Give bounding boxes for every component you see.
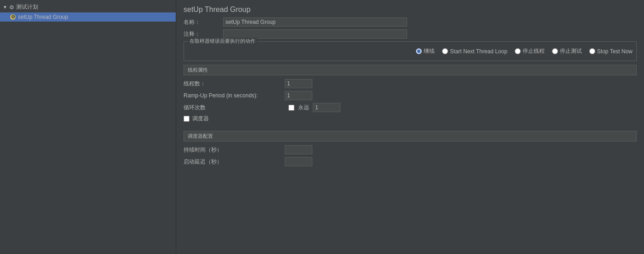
setup-thread-group-label: setUp Thread Group bbox=[18, 14, 68, 20]
startup-delay-input[interactable] bbox=[285, 157, 312, 166]
radio-stop-test-now[interactable] bbox=[589, 48, 595, 54]
radio-option-next-thread[interactable]: Start Next Thread Loop bbox=[442, 48, 507, 55]
radio-option-stop-test[interactable]: 停止测试 bbox=[552, 47, 582, 55]
radio-stop-test[interactable] bbox=[552, 48, 558, 54]
radio-stop-test-now-label: Stop Test Now bbox=[597, 48, 632, 55]
scheduler-checkbox[interactable] bbox=[184, 116, 190, 122]
startup-delay-label: 启动延迟（秒） bbox=[184, 158, 285, 166]
thread-count-label: 线程数： bbox=[184, 80, 285, 88]
duration-label: 持续时间（秒） bbox=[184, 146, 285, 154]
name-label: 名称： bbox=[184, 18, 220, 26]
radio-continue-label: 继续 bbox=[424, 47, 435, 55]
radio-option-continue[interactable]: 继续 bbox=[416, 47, 435, 55]
forever-checkbox[interactable] bbox=[288, 105, 294, 111]
thread-props-panel: 线程数： Ramp-Up Period (in seconds): 循环次数 永… bbox=[176, 77, 644, 127]
thread-count-input[interactable] bbox=[285, 79, 312, 88]
loop-count-row: 循环次数 永远 bbox=[184, 103, 637, 112]
ramp-up-input[interactable] bbox=[285, 91, 312, 100]
thread-count-row: 线程数： bbox=[184, 79, 637, 88]
gear-icon: ⚙ bbox=[10, 14, 16, 20]
scheduler-label: 调度器 bbox=[192, 115, 209, 123]
radio-next-thread[interactable] bbox=[442, 48, 448, 54]
duration-input[interactable] bbox=[285, 145, 312, 154]
sidebar-item-setup-thread-group[interactable]: ⚙ setUp Thread Group bbox=[0, 12, 176, 22]
comment-input[interactable] bbox=[223, 29, 407, 39]
arrow-icon: ▼ bbox=[3, 5, 7, 10]
ramp-up-label: Ramp-Up Period (in seconds): bbox=[184, 92, 285, 99]
ramp-up-row: Ramp-Up Period (in seconds): bbox=[184, 91, 637, 100]
scheduler-row: 调度器 bbox=[184, 115, 637, 123]
radio-stop-test-label: 停止测试 bbox=[560, 47, 582, 55]
test-plan-label: 测试计划 bbox=[16, 3, 38, 11]
sampler-error-title: 在取样器错误后要执行的动作 bbox=[188, 38, 257, 45]
test-plan-icon: ⚙ bbox=[9, 4, 14, 11]
name-row: 名称： bbox=[184, 17, 637, 27]
sampler-error-group: 在取样器错误后要执行的动作 继续 Start Next Thread Loop … bbox=[184, 41, 637, 61]
comment-row: 注释： bbox=[184, 29, 637, 39]
radio-continue[interactable] bbox=[416, 48, 422, 54]
name-input[interactable] bbox=[223, 17, 407, 27]
main-panel: setUp Thread Group 名称： 注释： 在取样器错误后要执行的动作… bbox=[176, 0, 644, 254]
comment-label: 注释： bbox=[184, 30, 220, 38]
sidebar: ▼ ⚙ 测试计划 ⚙ setUp Thread Group bbox=[0, 0, 176, 254]
sidebar-item-test-plan[interactable]: ▼ ⚙ 测试计划 bbox=[0, 2, 176, 12]
scheduler-config-panel: 持续时间（秒） 启动延迟（秒） bbox=[176, 143, 644, 171]
radio-stop-thread-label: 停止线程 bbox=[523, 47, 545, 55]
loop-count-input[interactable] bbox=[313, 103, 340, 112]
radio-next-thread-label: Start Next Thread Loop bbox=[450, 48, 507, 55]
forever-label: 永远 bbox=[298, 104, 309, 112]
page-title: setUp Thread Group bbox=[176, 0, 644, 17]
scheduler-config-header: 调度器配置 bbox=[184, 131, 637, 141]
radio-options-row: 继续 Start Next Thread Loop 停止线程 停止测试 Stop… bbox=[188, 44, 632, 57]
duration-row: 持续时间（秒） bbox=[184, 145, 637, 154]
radio-option-stop-test-now[interactable]: Stop Test Now bbox=[589, 48, 632, 55]
loop-count-label: 循环次数 bbox=[184, 104, 285, 112]
startup-delay-row: 启动延迟（秒） bbox=[184, 157, 637, 166]
thread-props-header: 线程属性 bbox=[184, 65, 637, 75]
radio-option-stop-thread[interactable]: 停止线程 bbox=[515, 47, 545, 55]
radio-stop-thread[interactable] bbox=[515, 48, 521, 54]
